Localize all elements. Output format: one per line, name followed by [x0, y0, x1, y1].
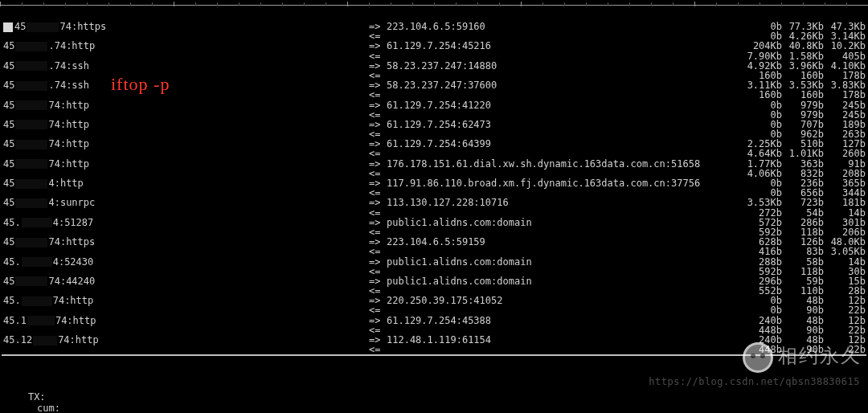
rate-col-3: 178b — [824, 90, 866, 100]
rate-col-3: 181b — [824, 198, 866, 207]
scale-label: 7.63Mb — [678, 0, 710, 2]
rate-col-2: 83b — [782, 247, 824, 256]
rate-col-3: 10.2Kb — [824, 41, 866, 51]
redacted-block — [15, 159, 47, 169]
connection-send-row: 45.4:51287=>public1.alidns.com:domain572… — [0, 218, 868, 227]
connection-send-row: 4574:http=>61.129.7.254:643992.25Kb510b1… — [0, 139, 868, 149]
local-port: .74:ssh — [48, 80, 89, 90]
local-port: 74:http — [48, 120, 89, 129]
rate-col-1: 204Kb — [740, 41, 782, 51]
arrow-in-icon: <= — [369, 90, 387, 100]
rate-col-2: 90b — [782, 345, 824, 354]
local-port: 4:http — [48, 178, 83, 188]
local-port: 4:52430 — [53, 257, 94, 267]
connection-send-row: 4574:http=>176.178.151.61.dial.xw.sh.dyn… — [0, 159, 868, 169]
local-host: 4574:http — [0, 139, 369, 149]
traffic-bar — [3, 22, 13, 32]
rate-col-2: 58b — [782, 257, 824, 267]
local-ip-prefix: 45.12 — [3, 335, 32, 345]
connection-send-row: 454:http=>117.91.86.110.broad.xm.fj.dyna… — [0, 178, 868, 188]
remote-host: 61.129.7.254:45216 — [387, 41, 740, 51]
rate-col-3: 91b — [824, 159, 866, 169]
arrow-out-icon: => — [369, 100, 387, 110]
rate-col-1: 448b — [740, 345, 782, 354]
local-ip-prefix: 45 — [3, 198, 14, 207]
redacted-block — [15, 81, 47, 91]
rate-col-1: 416b — [740, 247, 782, 256]
rate-col-3: 260b — [824, 149, 866, 158]
rate-col-1: 7.90Kb — [740, 51, 782, 61]
local-port: 74:http — [48, 159, 89, 169]
local-ip-prefix: 45 — [3, 80, 14, 90]
rate-col-2: 979b — [782, 100, 824, 110]
local-ip-prefix: 45. — [3, 257, 21, 267]
rate-col-2: 1.58Kb — [782, 51, 824, 61]
remote-host: 223.104.6.5:59159 — [387, 237, 740, 247]
cum-label: cum: — [28, 403, 60, 413]
local-port: 74:http — [48, 100, 89, 110]
rate-col-2: 54b — [782, 208, 824, 218]
redacted-block — [22, 218, 52, 227]
remote-host: public1.alidns.com:domain — [387, 218, 740, 227]
local-host: 45.174:http — [0, 316, 369, 326]
local-port: 74:http — [55, 316, 96, 325]
rate-col-2: 160b — [782, 90, 824, 100]
remote-host: public1.alidns.com:domain — [387, 257, 740, 267]
local-port: .74:http — [48, 41, 95, 51]
rate-col-2: 48b — [782, 316, 824, 325]
local-ip-prefix: 45 — [3, 41, 14, 51]
rate-col-3: 14b — [824, 257, 866, 267]
redacted-block — [15, 140, 47, 149]
arrow-in-icon: <= — [369, 51, 387, 61]
arrow-out-icon: => — [369, 316, 387, 325]
local-port: 4:sunrpc — [48, 198, 95, 207]
bandwidth-scale: 1.91Mb3.81Mb5.72Mb7.63Mb9.54Mb — [0, 5, 868, 20]
connection-send-row: 4574:http=>61.129.7.254:412200b979b245b — [0, 100, 868, 110]
rate-col-2: 723b — [782, 198, 824, 207]
local-port: .74:ssh — [48, 61, 89, 71]
local-host: 45.4:52430 — [0, 257, 369, 268]
connection-send-row: 45.4:52430=>public1.alidns.com:domain288… — [0, 257, 868, 267]
rate-col-3: 14b — [824, 208, 866, 218]
rate-col-1: 3.53Kb — [740, 198, 782, 207]
local-host: 45.4:51287 — [0, 218, 369, 228]
connection-send-row: 45.74:ssh=>58.23.237.247:148804.92Kb3.96… — [0, 61, 868, 71]
scale-label: 5.72Mb — [505, 0, 537, 2]
redacted-block — [33, 336, 57, 346]
connection-send-row: 45.74:http=>220.250.39.175:410520b48b12b — [0, 296, 868, 305]
remote-host: 61.129.7.254:64399 — [387, 139, 740, 149]
local-ip-prefix: 45 — [3, 139, 14, 149]
local-host: 45.74:http — [0, 41, 369, 51]
tx-label: TX: — [28, 391, 55, 403]
annotation-label: iftop -p — [111, 74, 170, 95]
remote-host: 61.129.7.254:45388 — [387, 316, 740, 325]
rate-col-1: 4.64Kb — [740, 149, 782, 158]
arrow-in-icon: <= — [369, 305, 387, 315]
local-host: 4574:http — [0, 120, 369, 130]
connection-recv-row: <=448b90b22b — [0, 345, 868, 354]
remote-host: public1.alidns.com:domain — [387, 276, 740, 286]
arrow-in-icon: <= — [369, 208, 387, 218]
connection-recv-row: <=272b54b14b — [0, 208, 868, 218]
connection-recv-row: <=416b83b3.05Kb — [0, 247, 868, 256]
redacted-block — [15, 238, 47, 247]
local-ip-prefix: 45. — [3, 218, 21, 227]
local-ip-prefix: 45 — [3, 276, 14, 286]
rate-col-1: 0b — [740, 305, 782, 315]
rate-col-1: 0b — [740, 100, 782, 110]
connection-send-row: 4574:https=>223.104.6.5:591600b77.3Kb47.… — [0, 22, 868, 31]
rate-col-1: 160b — [740, 90, 782, 100]
footer-stats: TX: cum: 55.1MB peak: 392Kb 122Kb RX: 5.… — [0, 356, 868, 413]
arrow-in-icon: <= — [369, 345, 387, 354]
rate-col-3: 22b — [824, 305, 866, 315]
remote-host: 112.48.1.119:61154 — [387, 335, 740, 345]
remote-host: 176.178.151.61.dial.xw.sh.dynamic.163dat… — [387, 159, 740, 169]
arrow-in-icon: <= — [369, 149, 387, 158]
local-host: 454:http — [0, 178, 369, 189]
local-host: 45.1274:http — [0, 335, 369, 346]
connection-recv-row: <=0b90b22b — [0, 305, 868, 315]
connection-recv-row: <=4.64Kb1.01Kb260b — [0, 149, 868, 158]
footer-tx-row: TX: cum: 55.1MB peak: 392Kb 122Kb — [5, 380, 863, 413]
local-host: 45.74:ssh — [0, 80, 369, 91]
remote-host: 58.23.237.247:37600 — [387, 80, 740, 90]
